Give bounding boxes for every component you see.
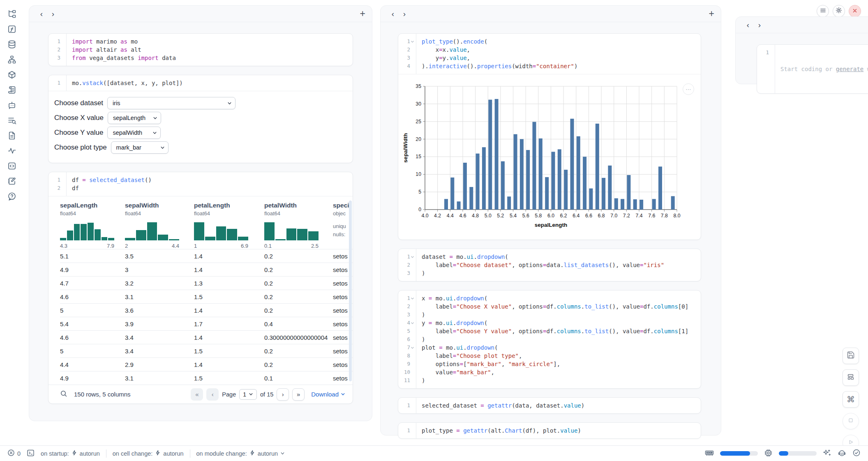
code-line[interactable]: df = selected_dataset() [72,176,349,184]
table-row[interactable]: 4.63.11.50.2setos [60,290,353,303]
list-search-icon[interactable] [5,115,19,125]
code-cell-selected-dataset[interactable]: 1selected_dataset = getattr(data, datase… [398,397,701,414]
choose-dataset-select[interactable]: iris [107,97,235,109]
code-line[interactable]: value="mark_bar", [422,368,697,376]
code-editor[interactable]: 1mo.vstack([dataset, x, y, plot]) [48,75,353,91]
table-row[interactable]: 53.61.40.2setos [60,303,353,317]
empty-code-cell[interactable]: 1 Start coding or generate with [757,44,868,94]
layout-button[interactable] [843,369,859,386]
table-row[interactable]: 4.73.21.30.2setos [60,276,353,290]
altair-bar-chart[interactable]: 4.04.24.44.64.85.05.25.45.65.86.06.26.46… [398,74,701,240]
code-line[interactable]: from vega_datasets import data [72,54,349,62]
code-line[interactable]: ) [422,269,697,277]
assistant-button[interactable] [838,449,846,459]
workflow-icon[interactable] [5,55,19,65]
column-header-petalWidth[interactable]: petalWidthfloat640.12.5 [264,202,333,249]
panel1-next-cell-button[interactable]: › [47,9,59,19]
page-select[interactable]: 1 [239,389,257,400]
code-line[interactable]: plot_type().encode( [422,37,697,46]
code-line[interactable]: plot_type = getattr(alt.Chart(df), plot.… [422,426,697,435]
code-cell-dataset-dropdown[interactable]: 123dataset = mo.ui.dropdown( label="Choo… [398,249,701,281]
bot-message-icon[interactable] [5,100,19,110]
code-line[interactable]: y = mo.ui.dropdown( [422,319,697,327]
code-editor[interactable]: 1plot_type = getattr(alt.Chart(df), plot… [398,423,701,438]
choose-plot-type-select[interactable]: mark_bar [111,141,169,154]
code-editor[interactable]: 12df = selected_dataset()df [48,172,353,196]
save-button[interactable] [843,348,859,364]
table-row[interactable]: 4.931.40.2setos [60,263,353,276]
code-line[interactable]: mo.vstack([dataset, x, y, plot]) [72,79,349,87]
errors-indicator[interactable]: 0 [7,449,21,458]
file-tree-icon[interactable] [5,9,19,19]
settings-button[interactable] [833,5,845,17]
code-editor[interactable]: 123dataset = mo.ui.dropdown( label="Choo… [398,249,701,281]
choose-y-value-select[interactable]: sepalWidth [107,127,161,139]
code-editor[interactable]: 1selected_dataset = getattr(data, datase… [398,398,701,413]
download-button[interactable]: Download [311,391,345,398]
code-line[interactable]: plot = mo.ui.dropdown( [422,343,697,352]
code-line[interactable]: dataset = mo.ui.dropdown( [422,253,697,261]
code-block-icon[interactable] [5,161,19,171]
connection-status-button[interactable] [852,449,861,458]
terminal-button[interactable] [27,449,35,458]
panel2-prev-cell-button[interactable]: ‹ [387,9,399,19]
code-cell-dataframe[interactable]: 12df = selected_dataset()dfsepalLengthfl… [48,172,353,404]
panel2-add-cell-button[interactable]: + [709,8,714,19]
table-row[interactable]: 4.63.41.40.30000000000000004setos [60,330,353,344]
table-row[interactable]: 4.42.91.40.2setos [60,357,353,371]
run-config-on-module-change[interactable]: on module change:autorun [196,450,285,457]
code-line[interactable]: label="Choose plot type", [422,352,697,360]
table-scrollbar[interactable] [349,201,352,381]
panel3-next-cell-button[interactable]: › [754,20,765,30]
help-circle-icon[interactable] [5,191,19,201]
close-button[interactable] [849,5,861,17]
search-icon[interactable] [60,390,67,399]
code-line[interactable]: options=["mark_bar", "mark_circle"], [422,360,697,368]
code-cell-imports[interactable]: 123import marimo as moimport altair as a… [48,33,353,66]
panel3-prev-cell-button[interactable]: ‹ [742,20,754,30]
code-editor[interactable]: 1234567891011x = mo.ui.dropdown( label="… [398,290,701,388]
prev-page-button[interactable]: ‹ [206,388,219,401]
panel2-next-cell-button[interactable]: › [399,9,410,19]
code-line[interactable]: x=x.value, [422,46,697,54]
run-config-on-startup[interactable]: on startup:autorun [41,450,100,457]
activity-icon[interactable] [5,146,19,156]
table-row[interactable]: 5.43.91.70.4setos [60,317,353,330]
panel1-add-cell-button[interactable]: + [360,8,365,19]
code-line[interactable]: label="Choose Y value", options=df.colum… [422,327,697,335]
code-cell-plot-type[interactable]: 1plot_type = getattr(alt.Chart(df), plot… [398,422,701,439]
code-line[interactable]: df [72,184,349,192]
choose-x-value-select[interactable]: sepalLength [108,112,161,124]
code-editor[interactable]: 1234plot_type().encode( x=x.value, y=y.v… [398,34,701,74]
notebook-pen-icon[interactable] [5,176,19,186]
last-page-button[interactable]: » [292,388,305,401]
code-cell-vstack[interactable]: 1mo.vstack([dataset, x, y, plot])Choose … [48,75,353,163]
next-page-button[interactable]: › [277,388,289,401]
database-icon[interactable] [5,39,19,49]
code-line[interactable]: x = mo.ui.dropdown( [422,294,697,302]
menu-button[interactable] [817,5,829,17]
code-line[interactable]: ) [422,335,697,343]
code-editor[interactable]: 123import marimo as moimport altair as a… [48,34,353,66]
code-line[interactable]: ).interactive().properties(width="contai… [422,62,697,70]
table-row[interactable]: 4.93.11.50.1setos [60,371,353,385]
code-cell-xy-plot-dropdowns[interactable]: 1234567891011x = mo.ui.dropdown( label="… [398,290,701,389]
stop-button[interactable] [843,413,859,429]
ai-sparkles-button[interactable] [823,449,831,459]
column-header-petalLength[interactable]: petalLengthfloat6416.9 [194,202,264,249]
code-line[interactable]: import marimo as mo [72,37,349,46]
code-line[interactable]: selected_dataset = getattr(data, dataset… [422,401,697,410]
code-line[interactable]: ) [422,311,697,319]
keyboard-shortcuts-button[interactable]: ⌘ [843,391,859,408]
code-line[interactable]: label="Choose dataset", options=data.lis… [422,261,697,269]
table-row[interactable]: 53.41.50.2setos [60,344,353,357]
table-row[interactable]: 5.13.51.40.2setos [60,249,353,263]
file-text-icon[interactable] [5,131,19,141]
column-header-sepalWidth[interactable]: sepalWidthfloat6424.4 [125,202,194,249]
panel1-prev-cell-button[interactable]: ‹ [36,9,47,19]
first-page-button[interactable]: « [191,388,203,401]
code-line[interactable]: import altair as alt [72,46,349,54]
code-line[interactable]: ) [422,376,697,385]
chart-menu-button[interactable]: ⋯ [683,83,694,95]
run-config-on-cell-change[interactable]: on cell change:autorun [113,450,184,457]
